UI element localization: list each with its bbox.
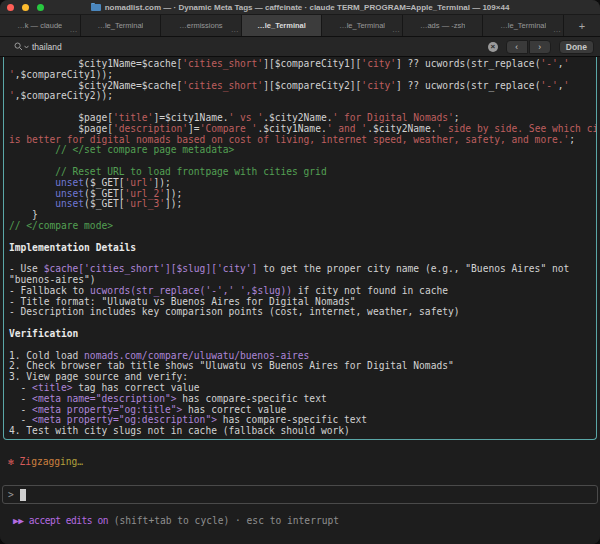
- tab-overflow-indicator: …: [392, 25, 399, 34]
- done-button[interactable]: Done: [559, 40, 594, 54]
- tab-label: …k — claude: [17, 21, 62, 30]
- tab-item[interactable]: …le_Terminal…: [483, 15, 564, 36]
- tab-label: …le_Terminal: [339, 21, 385, 30]
- window-title: nomadlist.com — · Dynamic Meta Tags — ca…: [105, 3, 510, 12]
- tab-label: …le_Terminal: [257, 21, 306, 30]
- terminal-window: nomadlist.com — · Dynamic Meta Tags — ca…: [0, 0, 600, 544]
- previous-match-button[interactable]: ‹: [506, 40, 528, 54]
- search-input[interactable]: thailand: [6, 42, 484, 52]
- tab-overflow-indicator: …: [231, 25, 238, 34]
- code-line: // </set compare page metadata>: [9, 145, 594, 156]
- tab-overflow-indicator: …: [553, 25, 560, 34]
- code-line: Implementation Details: [9, 243, 594, 254]
- prompt-input[interactable]: >: [2, 485, 598, 504]
- tab-label: …ermissions: [179, 21, 222, 30]
- mode-status-line: ▶▶ accept edits on (shift+tab to cycle) …: [13, 515, 339, 526]
- folder-icon: [91, 3, 101, 11]
- tab-item-active[interactable]: …le_Terminal: [242, 15, 323, 36]
- tab-overflow-indicator: …: [70, 25, 77, 34]
- code-line: - Description includes key comparison po…: [9, 307, 594, 318]
- text-cursor: [20, 489, 26, 501]
- code-line: unset($_GET['url_3']);: [9, 199, 594, 210]
- tab-bar: …k — claude……le_Terminal…ermissions……le_…: [0, 15, 600, 37]
- new-tab-button[interactable]: +: [564, 15, 600, 36]
- search-icon[interactable]: [14, 42, 29, 51]
- clear-search-button[interactable]: ×: [488, 42, 498, 52]
- tab-item[interactable]: …le_Terminal: [81, 15, 162, 36]
- tab-item[interactable]: …ermissions…: [161, 15, 242, 36]
- code-line: // </compare mode>: [9, 221, 594, 232]
- tab-item[interactable]: …k — claude…: [0, 15, 81, 36]
- spinner-status: ✻ Zigzagging…: [8, 456, 83, 467]
- traffic-lights: [7, 4, 44, 11]
- tab-item[interactable]: …le_Terminal…: [322, 15, 403, 36]
- code-line: ',$compareCity2));: [9, 91, 594, 102]
- tab-label: …le_Terminal: [500, 21, 546, 30]
- code-output-box: $city1Name=$cache['cities_short'][$compa…: [3, 57, 597, 440]
- tab-item[interactable]: …ads — -zsh: [403, 15, 484, 36]
- tab-label: …ads — -zsh: [420, 21, 465, 30]
- prompt-symbol: >: [8, 489, 14, 500]
- search-nav: ‹ ›: [506, 40, 551, 54]
- next-match-button[interactable]: ›: [529, 40, 551, 54]
- code-lines: $city1Name=$cache['cities_short'][$compa…: [9, 59, 594, 437]
- title-bar[interactable]: nomadlist.com — · Dynamic Meta Tags — ca…: [0, 0, 600, 15]
- minimize-button[interactable]: [22, 4, 29, 11]
- code-line: [9, 318, 594, 329]
- chevron-down-icon: [24, 45, 29, 49]
- code-line: Verification: [9, 329, 594, 340]
- search-query: thailand: [32, 42, 62, 52]
- code-line: - Use $cache['cities_short'][$slug]['cit…: [9, 264, 594, 275]
- search-bar: thailand × ‹ › Done: [0, 37, 600, 57]
- terminal-content[interactable]: $city1Name=$cache['cities_short'][$compa…: [0, 57, 600, 544]
- tab-label: …le_Terminal: [97, 21, 143, 30]
- close-button[interactable]: [7, 4, 14, 11]
- code-line: 4. Test with city slugs not in cache (fa…: [9, 426, 594, 437]
- zoom-button[interactable]: [37, 4, 44, 11]
